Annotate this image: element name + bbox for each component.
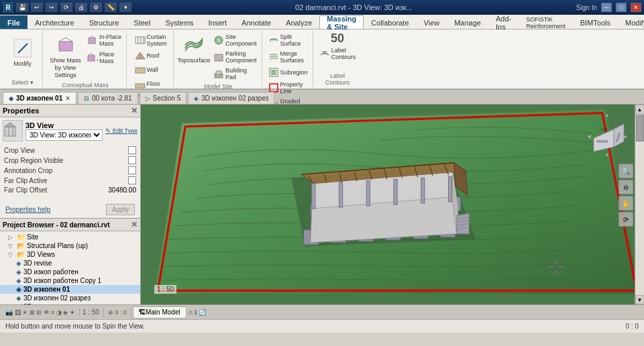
annotation-crop-checkbox[interactable] xyxy=(128,166,136,174)
view-tab-3d-01[interactable]: ◈ 3D изкопен 01 ✕ xyxy=(3,92,76,104)
sync-btn[interactable]: ⟳ xyxy=(60,3,72,12)
close-btn[interactable]: ✕ xyxy=(631,3,641,12)
visual-style-icon[interactable]: ◈ xyxy=(63,309,68,316)
save-btn[interactable]: 💾 xyxy=(16,3,28,12)
tab-manage[interactable]: Manage xyxy=(447,15,488,29)
minimize-btn[interactable]: ─ xyxy=(601,3,612,12)
scroll-up-btn[interactable]: ▲ xyxy=(635,105,645,114)
scroll-down-btn[interactable]: ▼ xyxy=(635,295,645,304)
tree-3d-02-razrez[interactable]: ◈ 3D изкопен 02 разрез xyxy=(0,294,140,302)
settings-btn[interactable]: ⚙ xyxy=(90,3,102,12)
undo-btn[interactable]: ↩ xyxy=(31,3,43,12)
camera-icon[interactable]: 📷 xyxy=(5,309,13,316)
crop-region-checkbox[interactable] xyxy=(128,156,136,164)
shadow-icon[interactable]: ◑ xyxy=(56,309,62,316)
tree-3d-views[interactable]: ▽ 📂 3D Views xyxy=(0,250,140,259)
wall-btn[interactable]: Wall xyxy=(133,63,169,76)
crop-view-checkbox[interactable] xyxy=(128,146,136,154)
building-pad-btn[interactable]: BuildingPad xyxy=(211,66,259,82)
zoom-out-btn[interactable]: ⊖ xyxy=(619,180,633,194)
tab-collaborate[interactable]: Collaborate xyxy=(364,15,416,29)
svg-text:+: + xyxy=(96,57,98,63)
sun-icon[interactable]: ☀ xyxy=(22,309,28,316)
split-surface-btn[interactable]: SplitSurface xyxy=(266,32,310,48)
in-place-mass-btn[interactable]: In-PlaceMass xyxy=(85,32,123,48)
modify-btn[interactable]: Modify xyxy=(8,32,38,72)
tab-insert[interactable]: Insert xyxy=(201,15,235,29)
tree-3d-kolichestva[interactable]: ◈ 3D количества xyxy=(0,302,140,304)
thin-lines-icon[interactable]: ≡ xyxy=(51,309,54,316)
mass-btns: In-PlaceMass + PlaceMass xyxy=(85,32,123,66)
tree-structural-plans[interactable]: ▽ 📂 Structural Plans (up) xyxy=(0,241,140,250)
tab-view[interactable]: View xyxy=(417,15,447,29)
curtain-system-btn[interactable]: CurtainSystem xyxy=(133,32,169,48)
properties-close-btn[interactable]: ✕ xyxy=(131,106,138,115)
modify-label: Modify xyxy=(13,60,32,67)
view-tab-section5[interactable]: ▷ Section 5 xyxy=(140,92,187,104)
pan-btn[interactable]: ✋ xyxy=(619,196,633,211)
tree-3d-revise[interactable]: ◈ 3D revise xyxy=(0,259,140,268)
tab-analyze[interactable]: Analyze xyxy=(278,15,319,29)
floor-btn[interactable]: Floor xyxy=(133,77,169,91)
tab-sofistik[interactable]: SOFiSTiK Reinforcement xyxy=(519,15,573,29)
user-info[interactable]: Sign In xyxy=(576,4,597,11)
tab-file[interactable]: File xyxy=(0,15,28,29)
tree-label-3d-raboten: 3D изкоп работен xyxy=(23,268,78,276)
warning-icon[interactable]: ⚠ xyxy=(188,309,193,316)
merge-surfaces-btn[interactable]: MergeSurfaces xyxy=(266,49,310,65)
label-contours-btn[interactable]: 50 LabelContours xyxy=(317,46,358,62)
parking-component-btn[interactable]: ParkingComponent xyxy=(211,49,259,65)
subregion-btn[interactable]: Subregion xyxy=(266,66,310,79)
tab-architecture[interactable]: Architecture xyxy=(28,15,82,29)
view-cube[interactable]: TOP FRONT RIGHT ▲ ▶ ▼ ◀ xyxy=(584,111,631,158)
hide-icon[interactable]: 👁 xyxy=(44,309,50,316)
view-tab-3d-02[interactable]: ◈ 3D изкопен 02 разрез xyxy=(188,92,274,104)
tab-modify[interactable]: Modify xyxy=(618,15,644,29)
measure-btn[interactable]: 📏 xyxy=(105,3,117,12)
section-box-icon[interactable]: ⊠ xyxy=(30,309,35,316)
scroll-track[interactable] xyxy=(635,114,645,295)
tab-bimtools[interactable]: BIMTools xyxy=(573,15,618,29)
viewport[interactable]: TOP FRONT RIGHT ▲ ▶ ▼ ◀ 🔍 ⊖ ✋ xyxy=(141,105,644,304)
tab-addins[interactable]: Add-Ins xyxy=(488,15,519,29)
show-mass-btn[interactable]: Show Massby View Settings xyxy=(47,32,84,80)
view-tab-00[interactable]: ⊟ 00 кота -2.81 xyxy=(78,92,138,104)
group-label-select[interactable]: Select ▾ xyxy=(11,78,34,86)
tree-3d-copy1[interactable]: ◈ 3D изкоп работен Copy 1 xyxy=(0,276,140,285)
tab-steel[interactable]: Steel xyxy=(126,15,158,29)
tree-3d-raboten[interactable]: ◈ 3D изкоп работен xyxy=(0,268,140,276)
tab-massing[interactable]: Massing & Site xyxy=(319,15,364,29)
print-btn[interactable]: 🖨 xyxy=(75,3,87,12)
project-browser-close-btn[interactable]: ✕ xyxy=(131,220,138,229)
redo-btn[interactable]: ↪ xyxy=(46,3,58,12)
far-clip-active-checkbox[interactable] xyxy=(128,176,136,184)
scale-indicator: 1 : 50 xyxy=(154,285,176,294)
restore-btn[interactable]: □ xyxy=(616,3,627,12)
edit-type-btn[interactable]: ✎ Edit Type xyxy=(105,127,138,134)
view-tab-3d-01-close[interactable]: ✕ xyxy=(65,95,70,102)
scroll-thumb[interactable] xyxy=(636,115,644,141)
tab-structure[interactable]: Structure xyxy=(82,15,127,29)
tree-site[interactable]: ▷ 📁 Site xyxy=(0,233,140,241)
options-dropdown[interactable]: ▾ xyxy=(119,3,131,12)
tree-3d-01[interactable]: ◈ 3D изкопен 01 xyxy=(0,285,140,294)
info-icon[interactable]: ℹ xyxy=(195,309,197,316)
zoom-in-btn[interactable]: 🔍 xyxy=(619,164,633,178)
prop-type-dropdown[interactable]: 3D View: 3D изкопен 01 xyxy=(25,129,103,141)
render-icon[interactable]: 🖼 xyxy=(15,309,21,316)
place-mass-btn[interactable]: + PlaceMass xyxy=(85,50,123,66)
properties-help-link[interactable]: Properties help xyxy=(5,206,50,213)
prop-type-icon xyxy=(3,120,23,141)
sync-with-central-icon[interactable]: 🔄 xyxy=(199,309,206,316)
tab-systems[interactable]: Systems xyxy=(158,15,201,29)
orbit-btn[interactable]: ⟳ xyxy=(619,212,633,227)
tab-annotate[interactable]: Annotate xyxy=(234,15,278,29)
roof-btn[interactable]: Roof xyxy=(133,49,169,62)
toposurface-btn[interactable]: Toposurface xyxy=(178,32,210,66)
workset-tab[interactable]: 🏗 Main Model xyxy=(133,306,186,319)
apply-btn[interactable]: Apply xyxy=(106,204,135,215)
crop-icon[interactable]: ⊞ xyxy=(36,309,42,316)
roof-icon xyxy=(135,50,146,61)
site-component-btn[interactable]: S SiteComponent xyxy=(211,32,259,48)
highlight-icon[interactable]: ✦ xyxy=(70,309,75,316)
